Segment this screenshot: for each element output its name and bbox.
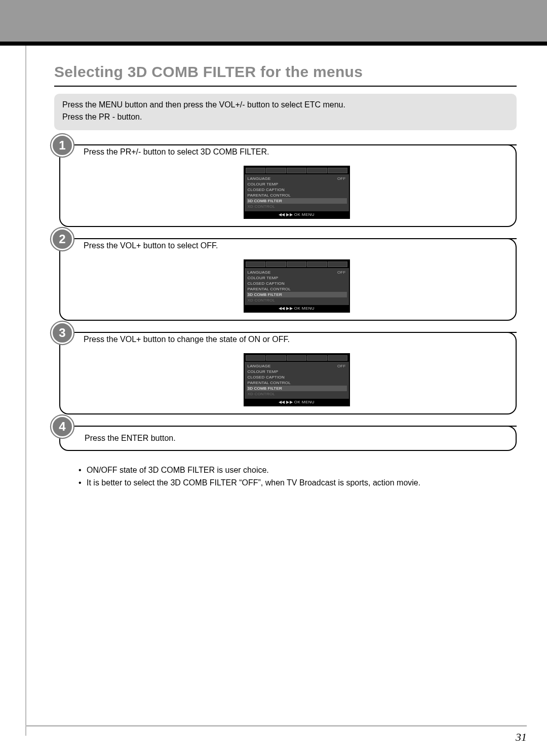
osd-tab-icon [307,261,327,267]
osd-row: COLOUR TEMP [247,181,347,187]
step-1-text: Press the PR+/- button to select 3D COMB… [84,147,269,157]
intro-box: Press the MENU button and then press the… [54,94,517,130]
step-rule [77,332,517,333]
osd-row-selected: 3D COMB FILTER [247,386,347,391]
osd-tab-icon [287,261,307,267]
step-4: 4 Press the ENTER button. [54,426,517,451]
note-text: ON/OFF state of 3D COMB FILTER is user c… [87,464,269,477]
step-badge-1: 1 [51,134,73,157]
step-4-text: Press the ENTER button. [85,434,176,442]
osd-tab-icon [328,261,348,267]
note-item: • ON/OFF state of 3D COMB FILTER is user… [79,464,517,477]
osd-hint: ◀◀ ▶▶ OK MENU [245,305,349,312]
osd-row: PARENTAL CONTROL [247,193,347,198]
osd-tab-icon [307,168,327,173]
page-content: Selecting 3D COMB FILTER for the menus P… [25,46,527,736]
osd-row: CLOSED CAPTION [247,281,347,286]
osd-row: COLOUR TEMP [247,275,347,281]
page-title: Selecting 3D COMB FILTER for the menus [54,63,517,81]
osd-row: PARENTAL CONTROL [247,286,347,292]
bullet-dot-icon: • [79,464,87,477]
osd-tab-icon [266,168,286,173]
osd-tabs [245,354,349,362]
note-text: It is better to select the 3D COMB FILTE… [87,477,420,489]
osd-body: LANGUAGEOFF COLOUR TEMP CLOSED CAPTION P… [245,268,349,305]
osd-tab-icon [246,355,266,361]
step-rule [77,144,517,145]
osd-tab-icon [307,355,327,361]
osd-row: PARENTAL CONTROL [247,380,347,386]
osd-row: LANGUAGEOFF [247,363,347,369]
step-4-frame: Press the ENTER button. [59,426,517,451]
osd-tabs [245,167,349,174]
intro-line-2: Press the PR - button. [62,111,509,123]
osd-body: LANGUAGEOFF COLOUR TEMP CLOSED CAPTION P… [245,174,349,211]
osd-row-dim: XD CONTROL [247,204,347,209]
step-2-text: Press the VOL+ button to select OFF. [84,241,218,250]
osd-tab-icon [266,261,286,267]
osd-row: LANGUAGEOFF [247,270,347,275]
osd-row: LANGUAGEOFF [247,176,347,181]
footer-rule [25,725,527,727]
step-badge-2: 2 [51,228,73,250]
step-3-text: Press the VOL+ button to change the stat… [84,335,290,344]
step-1-frame: LANGUAGEOFF COLOUR TEMP CLOSED CAPTION P… [59,144,517,227]
step-3-frame: LANGUAGEOFF COLOUR TEMP CLOSED CAPTION P… [59,332,517,414]
osd-row-selected: 3D COMB FILTER [247,198,347,204]
step-2: 2 Press the VOL+ button to select OFF. L… [54,238,517,321]
title-rule [54,86,517,87]
osd-row-dim: XD CONTROL [247,391,347,397]
osd-screenshot-2: LANGUAGEOFF COLOUR TEMP CLOSED CAPTION P… [244,259,350,313]
note-item: • It is better to select the 3D COMB FIL… [79,477,517,489]
osd-tab-icon [246,261,266,267]
header-rule [0,42,547,46]
step-badge-4: 4 [51,415,73,438]
osd-screenshot-1: LANGUAGEOFF COLOUR TEMP CLOSED CAPTION P… [244,166,350,219]
osd-row: CLOSED CAPTION [247,187,347,193]
notes: • ON/OFF state of 3D COMB FILTER is user… [79,464,517,489]
osd-row-selected: 3D COMB FILTER [247,292,347,297]
header-band [0,0,547,42]
osd-tabs [245,260,349,268]
osd-tab-icon [328,168,348,173]
step-rule [77,238,517,239]
osd-body: LANGUAGEOFF COLOUR TEMP CLOSED CAPTION P… [245,362,349,399]
osd-tab-icon [328,355,348,361]
step-3: 3 Press the VOL+ button to change the st… [54,332,517,414]
osd-tab-icon [266,355,286,361]
intro-line-1: Press the MENU button and then press the… [62,99,509,111]
osd-tab-icon [287,355,307,361]
osd-hint: ◀◀ ▶▶ OK MENU [245,399,349,405]
step-1: 1 Press the PR+/- button to select 3D CO… [54,144,517,227]
step-badge-3: 3 [51,322,73,344]
osd-tab-icon [246,168,266,173]
bullet-dot-icon: • [79,477,87,489]
osd-hint: ◀◀ ▶▶ OK MENU [245,211,349,218]
osd-screenshot-3: LANGUAGEOFF COLOUR TEMP CLOSED CAPTION P… [244,353,350,406]
step-2-frame: LANGUAGEOFF COLOUR TEMP CLOSED CAPTION P… [59,238,517,321]
osd-tab-icon [287,168,307,173]
osd-row: COLOUR TEMP [247,369,347,374]
osd-row: CLOSED CAPTION [247,374,347,380]
osd-row-dim: XD CONTROL [247,297,347,303]
page-number: 31 [516,731,527,744]
